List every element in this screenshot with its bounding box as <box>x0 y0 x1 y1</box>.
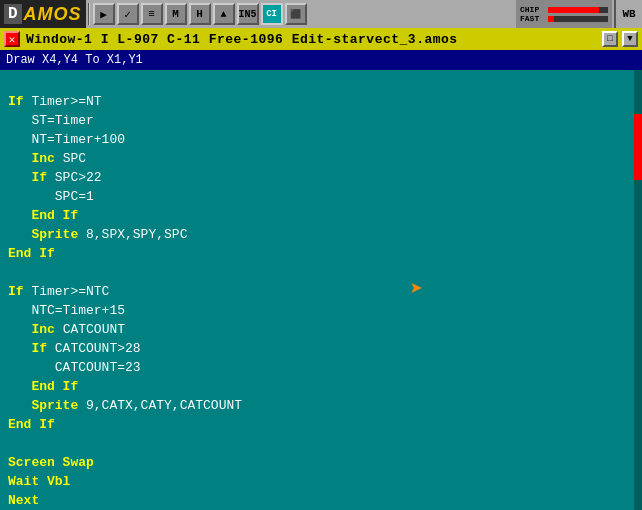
code-line: Sprite 8,SPX,SPY,SPC <box>8 226 634 245</box>
code-line: End If <box>8 245 634 264</box>
box1-button[interactable]: CI <box>261 3 283 25</box>
code-line: NT=Timer+100 <box>8 131 634 150</box>
infobar: Draw X4,Y4 To X1,Y1 <box>0 50 642 70</box>
code-line: SPC=1 <box>8 188 634 207</box>
check-button[interactable]: ✓ <box>117 3 139 25</box>
code-line: If CATCOUNT>28 <box>8 340 634 359</box>
info-text: Draw X4,Y4 To X1,Y1 <box>6 53 143 67</box>
titlebar: D AMOS ▶ ✓ ≡ M H ▲ IN5 CI ⬛ CHIP FAST WB <box>0 0 642 28</box>
ins-button[interactable]: IN5 <box>237 3 259 25</box>
code-line: Sprite 9,CATX,CATY,CATCOUNT <box>8 397 634 416</box>
code-line: CATCOUNT=23 <box>8 359 634 378</box>
code-line: End If <box>8 207 634 226</box>
code-line: If Timer>=NT <box>8 93 634 112</box>
logo-d-button[interactable]: D <box>4 4 22 24</box>
play-button[interactable]: ▶ <box>93 3 115 25</box>
chip-label: CHIP <box>520 5 546 14</box>
code-line <box>8 435 634 454</box>
code-line: Wait Vbl <box>8 473 634 492</box>
editor[interactable]: If Timer>=NT ST=Timer NT=Timer+100 Inc S… <box>0 70 642 510</box>
code-line: Inc CATCOUNT <box>8 321 634 340</box>
chip-bar <box>548 7 608 13</box>
status-text: Window-1 I L-907 C-11 Free-1096 Edit-sta… <box>26 32 598 47</box>
code-line: Inc SPC <box>8 150 634 169</box>
code-line: Next <box>8 492 634 510</box>
menu-button[interactable]: ≡ <box>141 3 163 25</box>
window-scroll-button[interactable]: ▼ <box>622 31 638 47</box>
fast-row: FAST <box>520 14 608 23</box>
scrollbar[interactable] <box>634 70 642 510</box>
wb-button[interactable]: WB <box>614 0 642 28</box>
statusbar: ✕ Window-1 I L-907 C-11 Free-1096 Edit-s… <box>0 28 642 50</box>
code-line: ST=Timer <box>8 112 634 131</box>
code-line <box>8 74 634 93</box>
chip-fill <box>548 7 599 13</box>
scrollbar-thumb[interactable] <box>634 114 642 180</box>
fast-bar <box>548 16 608 22</box>
arrow-icon: ➤ <box>410 280 423 302</box>
code-line: End If <box>8 416 634 435</box>
m-button[interactable]: M <box>165 3 187 25</box>
chip-area: CHIP FAST <box>516 0 612 28</box>
fast-fill <box>548 16 554 22</box>
code-line: If SPC>22 <box>8 169 634 188</box>
box2-button[interactable]: ⬛ <box>285 3 307 25</box>
code-line <box>8 264 634 283</box>
separator-1 <box>88 3 90 25</box>
close-button[interactable]: ✕ <box>4 31 20 47</box>
window-resize-button[interactable]: □ <box>602 31 618 47</box>
code-line: End If <box>8 378 634 397</box>
code-line: Screen Swap <box>8 454 634 473</box>
fast-label: FAST <box>520 14 546 23</box>
code-container: If Timer>=NT ST=Timer NT=Timer+100 Inc S… <box>8 74 634 510</box>
logo-amos: AMOS <box>24 4 82 25</box>
code-line: If Timer>=NTC <box>8 283 634 302</box>
h-button[interactable]: H <box>189 3 211 25</box>
logo-area: D AMOS <box>0 0 86 28</box>
arrow-up-button[interactable]: ▲ <box>213 3 235 25</box>
chip-row: CHIP <box>520 5 608 14</box>
code-line: NTC=Timer+15 <box>8 302 634 321</box>
